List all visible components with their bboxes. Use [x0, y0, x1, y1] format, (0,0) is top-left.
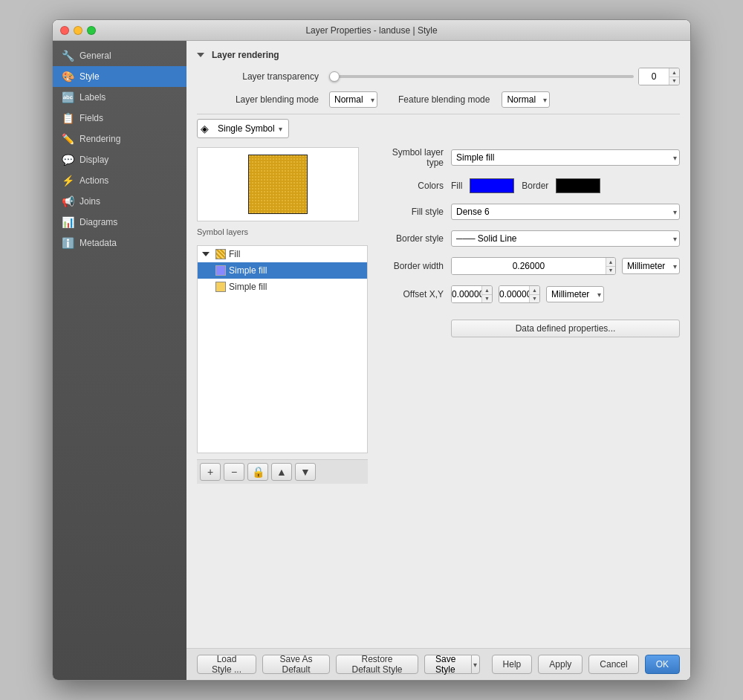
main-window: Layer Properties - landuse | Style 🔧 Gen… — [52, 19, 691, 681]
save-default-button[interactable]: Save As Default — [262, 655, 330, 674]
actions-icon: ⚡ — [62, 175, 74, 187]
border-width-unit-wrap[interactable]: Millimeter Pixel Map unit — [622, 258, 680, 274]
transparency-label: Layer transparency — [197, 71, 323, 82]
simplefill-sel-icon — [215, 265, 226, 276]
offset-x-input[interactable] — [452, 286, 481, 302]
offset-inner: ▲ ▼ ▲ ▼ — [451, 285, 680, 303]
transparency-input[interactable] — [639, 68, 669, 85]
offset-unit-wrap[interactable]: Millimeter Pixel Map unit — [546, 286, 604, 302]
sidebar-item-general[interactable]: 🔧 General — [53, 45, 186, 66]
sidebar-item-metadata[interactable]: ℹ️ Metadata — [53, 233, 186, 253]
border-width-spinbox[interactable]: ▲ ▼ — [451, 257, 616, 275]
data-defined-button[interactable]: Data defined properties... — [451, 320, 680, 337]
lock-layer-button[interactable]: 🔒 — [247, 463, 268, 481]
cancel-button[interactable]: Cancel — [588, 655, 638, 674]
transparency-slider[interactable] — [329, 75, 634, 78]
border-color-swatch[interactable] — [556, 178, 600, 193]
load-style-button[interactable]: Load Style ... — [197, 655, 256, 674]
feature-blending-select[interactable]: Normal — [502, 91, 550, 108]
colors-row: Colors Fill Border — [377, 178, 680, 193]
fill-group-icon — [215, 249, 226, 259]
sidebar-item-joins[interactable]: 📢 Joins — [53, 191, 186, 212]
sidebar-item-display[interactable]: 💬 Display — [53, 149, 186, 170]
symbol-layer-group-fill[interactable]: Fill — [198, 246, 367, 262]
border-style-select-wrap[interactable]: ─── Solid Line — [451, 230, 680, 247]
save-style-main[interactable]: Save Style — [424, 655, 471, 674]
fill-style-row: Fill style Dense 6 — [377, 204, 680, 220]
border-width-input[interactable] — [452, 258, 606, 274]
rendering-icon: ✏️ — [62, 133, 74, 145]
restore-default-button[interactable]: Restore Default Style — [336, 655, 418, 674]
offset-unit-select[interactable]: Millimeter Pixel Map unit — [546, 286, 604, 302]
help-button[interactable]: Help — [492, 655, 533, 674]
blending-row: Layer blending mode Normal Feature blend… — [197, 91, 680, 108]
slider-thumb — [329, 71, 340, 82]
display-icon: 💬 — [62, 154, 74, 166]
sidebar-item-labels[interactable]: 🔤 Labels — [53, 87, 186, 108]
sidebar-item-diagrams[interactable]: 📊 Diagrams — [53, 212, 186, 233]
fill-style-select[interactable]: Dense 6 — [451, 204, 680, 220]
transparency-spinbox[interactable]: ▲ ▼ — [638, 68, 680, 85]
border-width-down[interactable]: ▼ — [606, 267, 615, 275]
ok-button[interactable]: OK — [645, 655, 680, 674]
bottom-bar: Load Style ... Save As Default Restore D… — [186, 648, 690, 680]
sidebar-item-fields[interactable]: 📋 Fields — [53, 108, 186, 129]
offset-y-up[interactable]: ▲ — [530, 286, 539, 295]
offset-y-spinbox[interactable]: ▲ ▼ — [499, 285, 540, 303]
symbol-layer-label-1: Simple fill — [229, 282, 267, 292]
feature-blending-label: Feature blending mode — [398, 94, 490, 105]
border-width-arrows: ▲ ▼ — [606, 258, 615, 274]
fill-style-value: Dense 6 — [451, 204, 680, 220]
layer-type-select-wrap[interactable]: Simple fill — [451, 149, 680, 166]
close-button[interactable] — [60, 26, 69, 35]
sidebar-item-style[interactable]: 🎨 Style — [53, 66, 186, 87]
left-panel: Symbol layers Fill Simple fil — [197, 147, 368, 484]
offset-y-input[interactable] — [499, 286, 529, 302]
maximize-button[interactable] — [87, 26, 96, 35]
save-style-split-button[interactable]: Save Style ▾ — [424, 655, 480, 674]
offset-y-down[interactable]: ▼ — [530, 295, 539, 303]
blending-select[interactable]: Normal — [329, 91, 377, 108]
offset-x-up[interactable]: ▲ — [482, 286, 492, 295]
move-up-button[interactable]: ▲ — [271, 463, 292, 481]
content-body: Layer rendering Layer transparency ▲ — [186, 41, 690, 648]
move-down-button[interactable]: ▼ — [295, 463, 316, 481]
simplefill-icon — [215, 282, 226, 292]
expand-icon[interactable] — [197, 53, 204, 57]
symbol-layer-item-0[interactable]: Simple fill — [198, 262, 367, 279]
fill-color-swatch[interactable] — [470, 178, 514, 193]
fill-style-select-wrap[interactable]: Dense 6 — [451, 204, 680, 220]
feature-blending-select-wrap[interactable]: Normal — [502, 91, 550, 108]
offset-x-arrows: ▲ ▼ — [481, 286, 492, 302]
symbol-layer-item-1[interactable]: Simple fill — [198, 279, 367, 295]
symbol-type-icon: ◈ — [201, 123, 209, 135]
save-style-arrow[interactable]: ▾ — [471, 655, 480, 674]
sidebar-label-rendering: Rendering — [80, 134, 120, 144]
border-width-up[interactable]: ▲ — [606, 258, 615, 267]
border-style-value: ─── Solid Line — [451, 230, 680, 247]
minimize-button[interactable] — [74, 26, 82, 35]
blending-label: Layer blending mode — [197, 94, 323, 105]
border-width-unit-select[interactable]: Millimeter Pixel Map unit — [622, 258, 680, 274]
layer-type-select[interactable]: Simple fill — [451, 149, 680, 166]
sidebar-label-display: Display — [80, 155, 108, 165]
offset-x-spinbox[interactable]: ▲ ▼ — [451, 285, 493, 303]
sidebar-item-rendering[interactable]: ✏️ Rendering — [53, 129, 186, 149]
blending-select-wrap[interactable]: Normal — [329, 91, 377, 108]
offset-x-down[interactable]: ▼ — [482, 295, 492, 303]
symbol-layers-box: Fill Simple fill Simple fill — [197, 245, 368, 453]
symbol-type-select[interactable]: Single Symbol Categorized Graduated Rule… — [213, 120, 285, 137]
symbol-type-wrap[interactable]: Single Symbol Categorized Graduated Rule… — [213, 120, 285, 137]
style-icon: 🎨 — [62, 71, 74, 82]
apply-button[interactable]: Apply — [538, 655, 583, 674]
spinbox-up[interactable]: ▲ — [669, 68, 679, 77]
symbol-layers-label: Symbol layers — [197, 227, 368, 236]
svg-rect-2 — [248, 155, 308, 214]
remove-layer-button[interactable]: − — [224, 463, 244, 481]
transparency-slider-container: ▲ ▼ — [329, 68, 680, 85]
border-style-select[interactable]: ─── Solid Line — [451, 230, 680, 247]
add-layer-button[interactable]: + — [200, 463, 221, 481]
spinbox-down[interactable]: ▼ — [669, 77, 679, 85]
sidebar-item-actions[interactable]: ⚡ Actions — [53, 170, 186, 191]
border-color-label: Border — [522, 181, 548, 191]
